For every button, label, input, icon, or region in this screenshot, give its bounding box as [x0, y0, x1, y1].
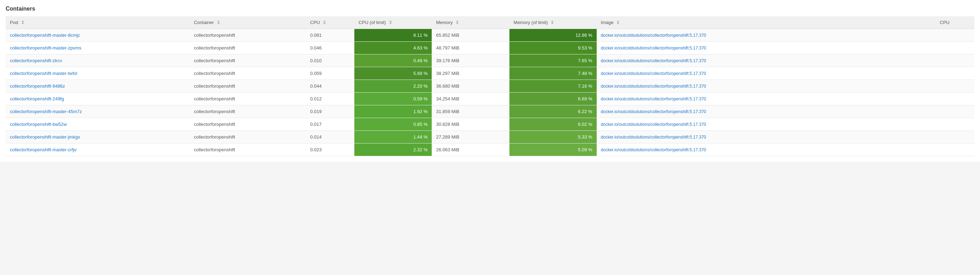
- memory-limit-cell: 7.48 %: [509, 67, 597, 80]
- image-text: docker.io/outcoldsolutions/collectorforo…: [601, 71, 706, 76]
- col-header-image[interactable]: Image ⇕: [597, 16, 936, 29]
- col-header-pod[interactable]: Pod ⇕: [6, 16, 190, 29]
- image-text: docker.io/outcoldsolutions/collectorforo…: [601, 84, 706, 89]
- memory-limit-cell: 7.16 %: [509, 80, 597, 93]
- cpu-limit-cell: 0.49 %: [354, 54, 432, 67]
- cpu-limit-cell: 0.85 %: [354, 118, 432, 131]
- pod-link[interactable]: collectorforopenshift-master-twfxl: [10, 71, 77, 76]
- cpu-limit-cell: 0.59 %: [354, 93, 432, 106]
- col-header-memory-limit[interactable]: Memory (of limit) ⇕: [509, 16, 597, 29]
- col-header-cpu-limit[interactable]: CPU (of limit) ⇕: [354, 16, 432, 29]
- container-cell: collectorforopenshift: [190, 118, 306, 131]
- section-title: Containers: [6, 6, 974, 12]
- cpu2-cell: [935, 144, 974, 156]
- cpu-cell: 0.019: [306, 106, 354, 118]
- cpu-cell: 0.010: [306, 54, 354, 67]
- table-row: collectorforopenshift-master-45m7z colle…: [6, 106, 974, 118]
- pod-link[interactable]: collectorforopenshift-master-45m7z: [10, 109, 82, 114]
- pod-cell: collectorforopenshift-bw52w: [6, 118, 190, 131]
- container-cell: collectorforopenshift: [190, 80, 306, 93]
- col-header-memory[interactable]: Memory ⇕: [432, 16, 509, 29]
- memory-cell: 30.828 MiB: [432, 118, 509, 131]
- memory-limit-cell: 5.33 %: [509, 131, 597, 144]
- image-cell: docker.io/outcoldsolutions/collectorforo…: [597, 144, 936, 156]
- table-row: collectorforopenshift-master-8cmjc colle…: [6, 29, 974, 42]
- image-text: docker.io/outcoldsolutions/collectorforo…: [601, 135, 706, 140]
- cpu2-cell: [935, 118, 974, 131]
- cpu-cell: 0.014: [306, 131, 354, 144]
- cpu-cell: 0.059: [306, 67, 354, 80]
- container-cell: collectorforopenshift: [190, 42, 306, 54]
- pod-link[interactable]: collectorforopenshift-bw52w: [10, 122, 67, 127]
- memory-cell: 26.063 MiB: [432, 144, 509, 156]
- sort-icon-cpu-limit: ⇕: [388, 20, 393, 25]
- containers-panel: Containers Pod ⇕ Container ⇕ CPU ⇕ CPU (…: [0, 0, 980, 162]
- image-cell: docker.io/outcoldsolutions/collectorforo…: [597, 67, 936, 80]
- cpu-cell: 0.023: [306, 144, 354, 156]
- table-row: collectorforopenshift-master-jmkgx colle…: [6, 131, 974, 144]
- image-text: docker.io/outcoldsolutions/collectorforo…: [601, 109, 706, 114]
- table-row: collectorforopenshift-zlrcv collectorfor…: [6, 54, 974, 67]
- col-header-cpu[interactable]: CPU ⇕: [306, 16, 354, 29]
- pod-link[interactable]: collectorforopenshift-master-zpvms: [10, 45, 81, 51]
- pod-cell: collectorforopenshift-master-crfjv: [6, 144, 190, 156]
- cpu-cell: 0.081: [306, 29, 354, 42]
- table-header-row: Pod ⇕ Container ⇕ CPU ⇕ CPU (of limit) ⇕…: [6, 16, 974, 29]
- sort-icon-memory-limit: ⇕: [550, 20, 554, 25]
- memory-cell: 34.254 MiB: [432, 93, 509, 106]
- cpu-limit-cell: 5.89 %: [354, 67, 432, 80]
- cpu-cell: 0.012: [306, 93, 354, 106]
- container-cell: collectorforopenshift: [190, 106, 306, 118]
- table-row: collectorforopenshift-249fg collectorfor…: [6, 93, 974, 106]
- pod-cell: collectorforopenshift-master-jmkgx: [6, 131, 190, 144]
- image-text: docker.io/outcoldsolutions/collectorforo…: [601, 122, 706, 127]
- cpu-limit-cell: 1.92 %: [354, 106, 432, 118]
- image-cell: docker.io/outcoldsolutions/collectorforo…: [597, 80, 936, 93]
- pod-link[interactable]: collectorforopenshift-zlrcv: [10, 58, 62, 63]
- sort-icon-memory: ⇕: [455, 20, 459, 25]
- container-cell: collectorforopenshift: [190, 29, 306, 42]
- table-row: collectorforopenshift-master-crfjv colle…: [6, 144, 974, 156]
- container-cell: collectorforopenshift: [190, 93, 306, 106]
- container-cell: collectorforopenshift: [190, 67, 306, 80]
- table-body: collectorforopenshift-master-8cmjc colle…: [6, 29, 974, 156]
- sort-icon-image: ⇕: [616, 20, 620, 25]
- cpu2-cell: [935, 131, 974, 144]
- cpu-cell: 0.044: [306, 80, 354, 93]
- image-cell: docker.io/outcoldsolutions/collectorforo…: [597, 29, 936, 42]
- pod-cell: collectorforopenshift-master-zpvms: [6, 42, 190, 54]
- cpu-limit-cell: 2.32 %: [354, 144, 432, 156]
- table-row: collectorforopenshift-master-zpvms colle…: [6, 42, 974, 54]
- table-row: collectorforopenshift-master-twfxl colle…: [6, 67, 974, 80]
- memory-limit-cell: 9.53 %: [509, 42, 597, 54]
- cpu2-cell: [935, 54, 974, 67]
- pod-cell: collectorforopenshift-9486z: [6, 80, 190, 93]
- pod-link[interactable]: collectorforopenshift-master-crfjv: [10, 147, 77, 152]
- cpu2-cell: [935, 106, 974, 118]
- image-text: docker.io/outcoldsolutions/collectorforo…: [601, 58, 706, 63]
- col-header-container[interactable]: Container ⇕: [190, 16, 306, 29]
- image-cell: docker.io/outcoldsolutions/collectorforo…: [597, 42, 936, 54]
- cpu2-cell: [935, 29, 974, 42]
- col-header-cpu2[interactable]: CPU: [935, 16, 974, 29]
- container-cell: collectorforopenshift: [190, 131, 306, 144]
- pod-cell: collectorforopenshift-master-twfxl: [6, 67, 190, 80]
- sort-icon-container: ⇕: [216, 20, 220, 25]
- container-cell: collectorforopenshift: [190, 144, 306, 156]
- memory-cell: 65.852 MiB: [432, 29, 509, 42]
- memory-cell: 27.289 MiB: [432, 131, 509, 144]
- containers-table: Pod ⇕ Container ⇕ CPU ⇕ CPU (of limit) ⇕…: [6, 16, 974, 156]
- pod-link[interactable]: collectorforopenshift-9486z: [10, 83, 65, 89]
- cpu2-cell: [935, 67, 974, 80]
- pod-link[interactable]: collectorforopenshift-master-jmkgx: [10, 134, 80, 140]
- pod-link[interactable]: collectorforopenshift-249fg: [10, 96, 64, 101]
- memory-cell: 36.680 MiB: [432, 80, 509, 93]
- memory-limit-cell: 7.65 %: [509, 54, 597, 67]
- pod-cell: collectorforopenshift-master-8cmjc: [6, 29, 190, 42]
- memory-cell: 31.859 MiB: [432, 106, 509, 118]
- container-cell: collectorforopenshift: [190, 54, 306, 67]
- image-cell: docker.io/outcoldsolutions/collectorforo…: [597, 93, 936, 106]
- image-cell: docker.io/outcoldsolutions/collectorforo…: [597, 118, 936, 131]
- cpu-limit-cell: 2.20 %: [354, 80, 432, 93]
- pod-link[interactable]: collectorforopenshift-master-8cmjc: [10, 32, 80, 38]
